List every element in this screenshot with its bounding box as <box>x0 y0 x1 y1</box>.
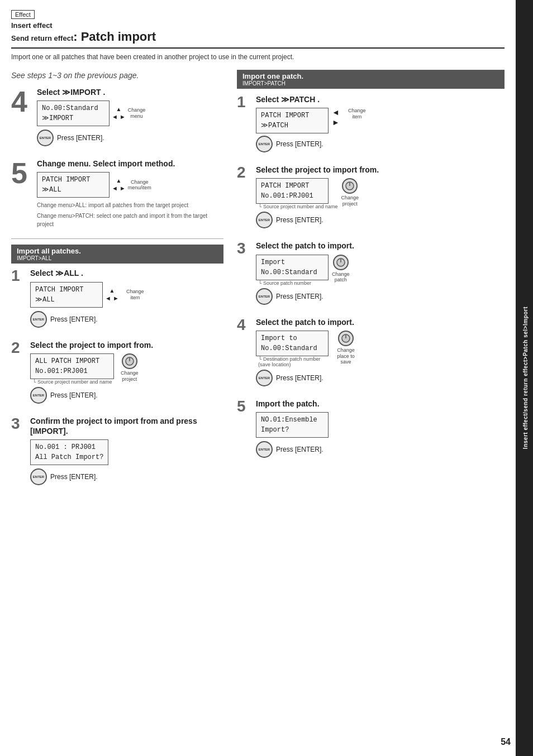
enter-button-o2[interactable]: ENTER <box>256 212 273 228</box>
step4-title: Select ≫IMPORT . <box>37 87 223 97</box>
step4-enter-label: Press [ENTER]. <box>57 134 104 142</box>
one-step4-num: 4 <box>237 317 253 333</box>
one-step2: 2 Select the project to import from. PAT… <box>237 165 505 233</box>
vertical-tab-text: Insert effect/send return effect>Patch s… <box>522 307 529 449</box>
left-arrow-a1[interactable]: ◄ <box>105 295 111 302</box>
one-step4-title: Select the patch to import. <box>256 317 505 327</box>
one-step2-lcd: PATCH IMPORT No.001:PRJ001 <box>256 178 329 204</box>
right-arrow-o1[interactable]: ► <box>332 118 340 127</box>
step4-change-label: Change menu <box>128 107 146 119</box>
one-step1: 1 Select ≫PATCH . PATCH IMPORT ≫PATCH <box>237 94 505 157</box>
one-step3-lcd: Import No.00:Standard <box>256 255 329 280</box>
one-step3-num: 3 <box>237 241 253 256</box>
all-step1-title: Select ≫ALL . <box>30 268 223 278</box>
import-one-title: Import one patch. <box>242 72 499 80</box>
one-step2-sublabel: └ Source project number and name <box>256 204 337 209</box>
one-step2-enter: Press [ENTER]. <box>276 216 323 224</box>
enter-button-o5[interactable]: ENTER <box>256 441 273 458</box>
knob-o4[interactable] <box>338 331 354 346</box>
all-step3-enter: Press [ENTER]. <box>50 473 98 481</box>
left-arrow-5[interactable]: ◄ <box>112 185 118 192</box>
enter-button-o1[interactable]: ENTER <box>256 136 273 152</box>
all-step3: 3 Confirm the project to import from and… <box>11 416 223 490</box>
step5-note1: Change menu>ALL: import all patches from… <box>37 201 223 209</box>
all-step1-num: 1 <box>11 268 27 284</box>
step4-num: 4 <box>11 87 34 116</box>
enter-button-a2[interactable]: ENTER <box>30 387 47 404</box>
one-step1-enter: Press [ENTER]. <box>276 140 323 148</box>
step5-note2: Change menu>PATCH: select one patch and … <box>37 212 223 228</box>
all-step3-title: Confirm the project to import from and p… <box>30 416 223 436</box>
one-step2-num: 2 <box>237 165 253 180</box>
effect-tag-block: Effect Insert effect Send return effect:… <box>11 10 505 49</box>
one-step2-title: Select the project to import from. <box>256 165 505 175</box>
one-step3-sublabel: └ Source patch number <box>256 280 329 286</box>
left-step4: 4 Select ≫IMPORT . No.00:Standard ≫IMPOR… <box>11 87 223 151</box>
all-step2-lcd: ALL PATCH IMPORT No.001:PRJ001 <box>30 353 114 379</box>
step5-lcd: PATCH IMPORT ≫ALL <box>37 172 110 198</box>
left-intro: See steps 1~3 on the previous page. <box>11 70 223 82</box>
knob-o3[interactable] <box>333 255 349 270</box>
all-step1: 1 Select ≫ALL . PATCH IMPORT ≫ALL ▲ <box>11 268 223 332</box>
one-step5-title: Import the patch. <box>256 399 505 409</box>
up-arrow: ▲ <box>116 107 121 112</box>
one-step4-change: Change place to save <box>332 347 360 365</box>
one-step1-num: 1 <box>237 94 253 110</box>
step5-change-label: Change menu/item <box>128 179 151 192</box>
left-arrow-o1[interactable]: ◄ <box>332 108 340 117</box>
step5-num: 5 <box>11 159 34 188</box>
all-step2-change: Change project <box>121 370 139 382</box>
import-one-header: Import one patch. IMPORT>PATCH <box>237 70 505 89</box>
left-arrow[interactable]: ◄ <box>112 113 118 120</box>
one-step1-change: Change item <box>343 108 371 120</box>
left-step5: 5 Change menu. Select import method. PAT… <box>11 159 223 231</box>
up-arrow-5: ▲ <box>116 178 121 184</box>
enter-button-a1[interactable]: ENTER <box>30 311 47 328</box>
all-step2-title: Select the project to import from. <box>30 340 223 350</box>
knob-a2[interactable] <box>122 353 137 369</box>
all-step2-enter: Press [ENTER]. <box>50 391 98 399</box>
one-step1-lcd: PATCH IMPORT ≫PATCH <box>256 108 329 133</box>
enter-button-o3[interactable]: ENTER <box>256 288 273 305</box>
one-step4-lcd: Import to No.00:Standard <box>256 331 329 356</box>
enter-button-a3[interactable]: ENTER <box>30 468 47 485</box>
page-title-sub: Insert effect Send return effect: Patch … <box>11 21 156 42</box>
step5-title: Change menu. Select import method. <box>37 159 223 169</box>
import-all-sub: IMPORT>ALL <box>17 255 218 261</box>
one-step1-title: Select ≫PATCH . <box>256 94 505 104</box>
right-arrow[interactable]: ► <box>120 113 126 120</box>
page-number: 54 <box>501 737 511 747</box>
import-all-title: Import all patches. <box>17 247 218 255</box>
all-step1-lcd: PATCH IMPORT ≫ALL <box>30 282 103 308</box>
one-step2-change: Change project <box>341 195 359 207</box>
one-step4-sublabel: └ Destination patch number (save locatio… <box>256 356 329 367</box>
one-step5-lcd: NO.01:Ensemble Import? <box>256 412 329 438</box>
one-step3-change: Change patch <box>332 271 350 284</box>
all-step2-num: 2 <box>11 340 27 356</box>
right-arrow-5[interactable]: ► <box>120 185 126 192</box>
import-one-sub: IMPORT>PATCH <box>242 80 499 87</box>
all-step1-change: Change item <box>121 289 149 301</box>
one-step3-enter: Press [ENTER]. <box>276 293 323 300</box>
one-step4: 4 Select the patch to import. Import to … <box>237 317 505 391</box>
step4-lcd: No.00:Standard ≫IMPORT <box>37 101 110 126</box>
all-step2-sublabel: └ Source project number and name <box>30 379 114 385</box>
up-arrow-a1: ▲ <box>109 288 115 294</box>
import-all-header: Import all patches. IMPORT>ALL <box>11 245 223 264</box>
all-step2: 2 Select the project to import from. ALL… <box>11 340 223 408</box>
one-step3: 3 Select the patch to import. Import No.… <box>237 241 505 309</box>
enter-button-step4[interactable]: ENTER <box>37 130 54 146</box>
effect-tag: Effect <box>11 10 35 19</box>
all-step1-enter: Press [ENTER]. <box>50 315 98 323</box>
one-step5: 5 Import the patch. NO.01:Ensemble Impor… <box>237 399 505 462</box>
all-step3-lcd: No.001 : PRJ001 All Patch Import? <box>30 439 108 465</box>
page-intro: Import one or all patches that have been… <box>11 53 505 61</box>
one-step4-enter: Press [ENTER]. <box>276 374 323 382</box>
all-step3-num: 3 <box>11 416 27 432</box>
enter-button-o4[interactable]: ENTER <box>256 370 273 386</box>
vertical-tab: Insert effect/send return effect>Patch s… <box>517 0 533 756</box>
one-step5-enter: Press [ENTER]. <box>276 446 323 453</box>
right-arrow-a1[interactable]: ► <box>113 295 119 302</box>
knob-o2[interactable] <box>342 178 358 194</box>
one-step3-title: Select the patch to import. <box>256 241 505 251</box>
